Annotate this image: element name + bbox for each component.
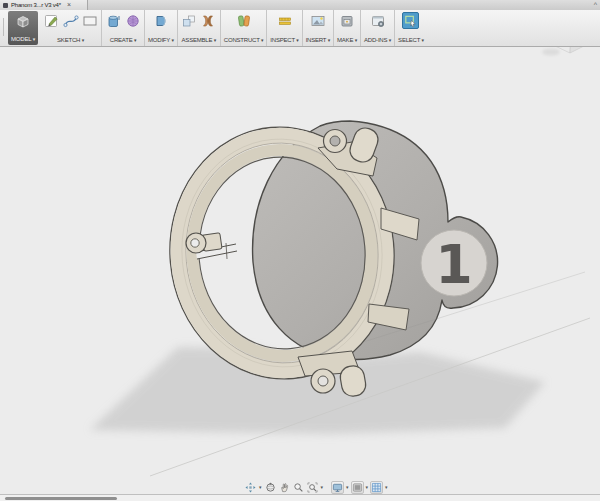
press-pull-icon: [153, 13, 169, 29]
measure-icon: [277, 13, 293, 29]
new-component-button[interactable]: [181, 12, 198, 29]
document-title: Phanom 3...r V3 v4*: [11, 2, 61, 8]
group-label-modify[interactable]: MODIFY ▾: [148, 37, 174, 44]
model-canvas: 1: [0, 0, 600, 501]
document-icon: [3, 3, 8, 8]
toolbar-group-construct: CONSTRUCT ▾: [221, 10, 268, 46]
group-label-assemble[interactable]: ASSEMBLE ▾: [182, 37, 217, 44]
joint-button[interactable]: [200, 12, 217, 29]
select-button[interactable]: [402, 12, 419, 29]
toolbar-grip: [3, 18, 4, 36]
group-label-insert[interactable]: INSERT ▾: [306, 37, 330, 44]
insert-image-button[interactable]: [309, 12, 326, 29]
orbit-icon: [265, 482, 276, 493]
measure-button[interactable]: [276, 12, 293, 29]
zoom-fit-icon: [307, 482, 318, 493]
zoom-icon: [293, 482, 304, 493]
addins-button[interactable]: [369, 12, 386, 29]
create-sketch-button[interactable]: [43, 12, 60, 29]
display-dropdown-icon[interactable]: ▾: [346, 484, 349, 490]
toolbar-group-select: SELECT ▾: [395, 10, 427, 46]
document-tab[interactable]: Phanom 3...r V3 v4* ×: [0, 0, 88, 10]
bottom-strip: [0, 494, 600, 501]
extrude-button[interactable]: [105, 12, 122, 29]
group-label-create[interactable]: CREATE ▾: [110, 37, 136, 44]
viewport-icon: [352, 482, 363, 493]
workspace-label: MODEL ▾: [11, 36, 35, 43]
toolbar-group-sketch: SKETCH ▾: [40, 10, 102, 46]
group-label-construct[interactable]: CONSTRUCT ▾: [224, 37, 264, 44]
image-icon: [310, 13, 326, 29]
display-monitor-icon: [332, 482, 343, 493]
rectangle-icon: [82, 13, 98, 29]
joint-icon: [200, 13, 216, 29]
grid-dropdown-icon[interactable]: ▾: [385, 484, 388, 490]
group-label-make[interactable]: MAKE ▾: [337, 37, 357, 44]
toolbar-group-insert: INSERT ▾: [303, 10, 334, 46]
group-label-inspect[interactable]: INSPECT ▾: [270, 37, 298, 44]
navigation-bar: ▾ ▾: [244, 479, 389, 495]
viewports-button[interactable]: [351, 481, 364, 494]
select-box-icon: [403, 13, 418, 29]
group-label-addins[interactable]: ADD-INS ▾: [364, 37, 391, 44]
group-label-select[interactable]: SELECT ▾: [398, 37, 424, 44]
toolbar-group-assemble: ASSEMBLE ▾: [178, 10, 221, 46]
tab-close-icon[interactable]: ×: [67, 2, 71, 8]
badge-number: 1: [435, 233, 473, 296]
spline-button[interactable]: [62, 12, 79, 29]
form-sphere-icon: [125, 13, 141, 29]
rectangle-button[interactable]: [81, 12, 98, 29]
constrained-orbit-button[interactable]: [264, 481, 277, 494]
ribbon-toolbar: MODEL ▾: [0, 10, 600, 47]
fusion360-window: 1: [0, 0, 600, 501]
horizontal-scrollbar-thumb[interactable]: [5, 497, 117, 500]
toolbar-group-addins: ADD-INS ▾: [361, 10, 395, 46]
model-workspace-icon: [14, 13, 32, 29]
spline-icon: [63, 13, 79, 29]
toolbar-group-create: CREATE ▾: [102, 10, 145, 46]
plane-icon: [236, 13, 252, 29]
make-button[interactable]: [339, 12, 356, 29]
display-settings-button[interactable]: [331, 481, 344, 494]
viewports-dropdown-icon[interactable]: ▾: [366, 484, 369, 490]
extrude-icon: [106, 13, 122, 29]
grid-icon: [371, 482, 382, 493]
pan-button[interactable]: [278, 481, 291, 494]
press-pull-button[interactable]: [152, 12, 169, 29]
toolbar-group-inspect: INSPECT ▾: [267, 10, 302, 46]
print-3d-icon: [339, 13, 355, 29]
toolbar-group-make: MAKE ▾: [334, 10, 361, 46]
create-form-button[interactable]: [124, 12, 141, 29]
workspace-selector[interactable]: MODEL ▾: [8, 11, 38, 45]
toolbar-collapse-icon[interactable]: ^: [594, 0, 597, 9]
sketch-icon: [44, 13, 60, 29]
construct-plane-button[interactable]: [235, 12, 252, 29]
zoom-dropdown-icon[interactable]: ▾: [321, 484, 324, 490]
orbit-dropdown-icon[interactable]: ▾: [259, 484, 262, 490]
grid-snap-button[interactable]: [370, 481, 383, 494]
pan-orbit-diamond-icon: [245, 482, 256, 493]
pan-hand-icon: [279, 482, 290, 493]
free-orbit-button[interactable]: [244, 481, 257, 494]
group-label-sketch[interactable]: SKETCH ▾: [57, 37, 84, 44]
zoom-button[interactable]: [292, 481, 305, 494]
fit-button[interactable]: [306, 481, 319, 494]
new-component-icon: [181, 13, 197, 29]
toolbar-group-modify: MODIFY ▾: [145, 10, 178, 46]
scripts-addins-icon: [370, 13, 386, 29]
